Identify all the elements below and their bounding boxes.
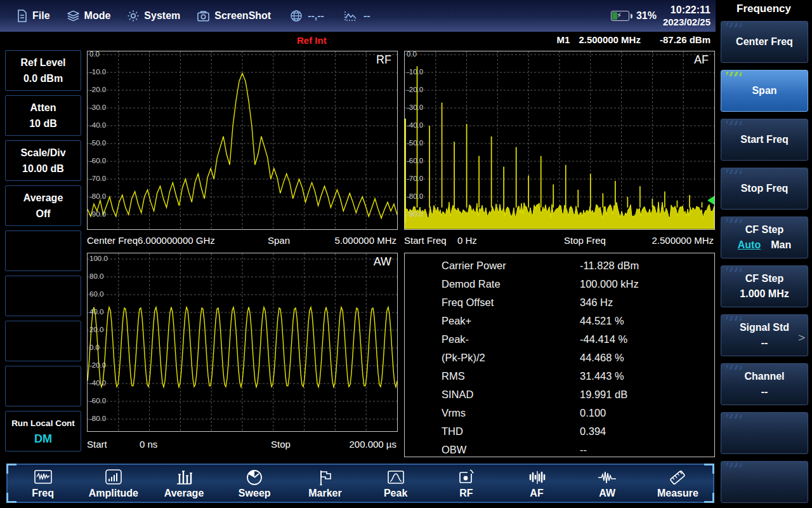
toolbar-average[interactable]: Average	[148, 465, 219, 502]
aw-stop-label: Stop	[271, 439, 291, 450]
corner-stripes-icon	[726, 463, 742, 467]
softkey-panel: Frequency Center Freq Span Start Freq St…	[716, 0, 812, 508]
corner-stripes-icon	[726, 316, 742, 321]
atten-button[interactable]: Atten10 dB	[5, 95, 81, 136]
toolbar-freq[interactable]: Freq	[8, 465, 78, 502]
corner-stripes-icon	[726, 267, 742, 272]
y-axis-tick: -80.0	[407, 192, 423, 201]
toolbar-marker[interactable]: Marker	[290, 465, 360, 502]
marker-readout: M1 2.500000 MHz -87.26 dBm	[557, 34, 710, 45]
camera-icon	[197, 10, 210, 22]
cf-step-man-option[interactable]: Man	[771, 239, 791, 250]
y-axis-tick: -40.0	[89, 121, 106, 130]
freq-icon	[34, 469, 53, 486]
table-row: OBW--	[405, 444, 714, 462]
corner-stripes-icon	[726, 218, 742, 223]
aw-start-value: 0 ns	[140, 439, 157, 450]
toolbar-amplitude[interactable]: Amplitude	[78, 465, 148, 502]
center-freq-button[interactable]: Center Freq	[721, 21, 808, 63]
toolbar-aw[interactable]: AW	[572, 465, 643, 502]
scale-div-button[interactable]: Scale/Div10.00 dB	[5, 140, 81, 181]
marker-freq: 2.500000 MHz	[579, 34, 641, 45]
y-axis-tick: 40.0	[89, 308, 103, 316]
y-axis-tick: 80.0	[89, 272, 103, 281]
softkey-empty-slot-2[interactable]	[721, 461, 808, 503]
y-axis-tick: -90.0	[89, 210, 106, 218]
time-value: 10:22:11	[663, 4, 710, 16]
y-axis-tick: -20.0	[89, 361, 106, 370]
menu-screenshot-label: ScreenShot	[214, 10, 271, 22]
menu-mode-label: Mode	[84, 10, 111, 22]
y-axis-tick: 20.0	[89, 326, 103, 334]
left-empty-slot-4[interactable]	[5, 366, 81, 406]
signal-std-button[interactable]: Signal Std-->	[721, 314, 808, 356]
battery-indicator: ⚡ 31%	[611, 10, 657, 22]
rf-center-freq-label: Center Freq	[87, 235, 138, 246]
y-axis-tick: -40.0	[89, 379, 106, 387]
span-button[interactable]: Span	[721, 70, 808, 112]
toolbar-sweep[interactable]: Sweep	[219, 465, 290, 502]
menu-system[interactable]: System	[127, 10, 180, 22]
table-row: (Pk-Pk)/244.468 %	[405, 352, 714, 370]
start-freq-button[interactable]: Start Freq	[721, 119, 808, 161]
left-empty-slot-2[interactable]	[5, 276, 81, 316]
spectrum-analyzer-screen: File Mode System ScreenShot --,-- -- ⚡ 3…	[0, 0, 812, 508]
af-chart-footer: Start Freq 0 Hz Stop Freq 2.500000 MHz	[404, 235, 714, 249]
corner-stripes-icon	[726, 414, 742, 418]
table-row: SINAD19.991 dB	[405, 389, 714, 407]
left-empty-slot-1[interactable]	[5, 231, 81, 271]
date-value: 2023/02/25	[663, 16, 710, 28]
menu-file-label: File	[32, 10, 50, 22]
table-row: Peak--44.414 %	[405, 333, 714, 352]
corner-stripes-icon	[726, 23, 742, 27]
stop-freq-button[interactable]: Stop Freq	[721, 168, 808, 210]
measure-ruler-icon	[668, 469, 687, 486]
cf-step-auto-option[interactable]: Auto	[738, 239, 761, 250]
file-icon	[16, 10, 28, 22]
y-axis-tick: 0.0	[407, 50, 417, 58]
trace-status-icon	[343, 10, 358, 22]
rf-spectrum-chart: 0.0-10.0-20.0-30.0-40.0-50.0-60.0-70.0-8…	[87, 51, 398, 230]
y-axis-tick: -60.0	[89, 397, 106, 405]
table-row: THD0.394	[405, 425, 714, 444]
toolbar-af[interactable]: AF	[501, 465, 572, 502]
channel-button[interactable]: Channel--	[721, 363, 808, 405]
peak-icon	[386, 469, 405, 486]
globe-icon	[290, 10, 303, 22]
toolbar-corner-bracket	[6, 464, 16, 474]
menu-file[interactable]: File	[16, 10, 50, 22]
run-status-button[interactable]: Run Local Cont DM	[5, 411, 81, 451]
y-axis-tick: 0.0	[89, 50, 100, 58]
table-row: Vrms0.100	[405, 407, 714, 425]
marker-name: M1	[557, 34, 570, 45]
y-axis-tick: -80.0	[89, 192, 106, 201]
marker-level: -87.26 dBm	[660, 34, 710, 45]
cf-step-value-button[interactable]: CF Step1.000 MHz	[721, 265, 808, 307]
y-axis-tick: 100.0	[89, 255, 108, 263]
af-start-freq-value: 0 Hz	[457, 235, 477, 246]
gps-indicator: --,--	[290, 10, 324, 22]
aw-stop-value: 200.000 µs	[349, 439, 396, 450]
y-axis-tick: -30.0	[89, 104, 106, 112]
rf-span-value: 5.000000 MHz	[334, 235, 396, 246]
toolbar-peak[interactable]: Peak	[360, 465, 431, 502]
y-axis-tick: -20.0	[89, 86, 106, 94]
table-row: Peak+44.521 %	[405, 315, 714, 333]
gear-icon	[127, 10, 140, 22]
left-empty-slot-3[interactable]	[5, 321, 81, 361]
menu-mode[interactable]: Mode	[67, 10, 111, 22]
aw-chart-footer: Start 0 ns Stop 200.000 µs	[87, 439, 396, 453]
demod-mode-value: DM	[34, 431, 52, 447]
ref-source-status: Ref Int	[297, 35, 327, 46]
layers-icon	[67, 10, 80, 22]
toolbar-measure[interactable]: Measure	[643, 465, 713, 502]
average-button[interactable]: AverageOff	[5, 185, 81, 226]
table-row: Carrier Power-11.828 dBm	[405, 260, 714, 278]
ref-level-button[interactable]: Ref Level0.0 dBm	[5, 50, 81, 91]
menu-screenshot[interactable]: ScreenShot	[197, 10, 271, 22]
af-icon	[527, 469, 546, 486]
cf-step-mode-button[interactable]: CF Step AutoMan	[721, 217, 808, 258]
af-start-freq-label: Start Freq	[404, 235, 447, 246]
toolbar-rf[interactable]: RF	[431, 465, 501, 502]
softkey-empty-slot-1[interactable]	[721, 412, 808, 454]
